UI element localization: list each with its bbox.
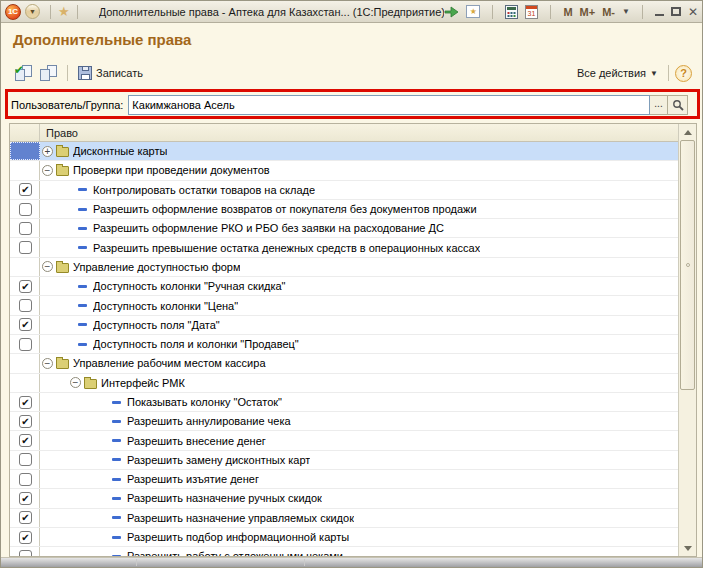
row-content: Контролировать остатки товаров на складе	[40, 184, 678, 196]
row-checkbox[interactable]	[19, 203, 32, 216]
collapse-icon[interactable]: −	[42, 358, 53, 369]
table-row[interactable]: ✔Разрешить аннулирование чека	[10, 412, 678, 431]
row-empty-cell	[10, 258, 40, 276]
add-favorite-icon[interactable]: ★	[466, 5, 480, 18]
choose-button[interactable]: ...	[650, 95, 668, 115]
row-checkbox[interactable]	[19, 453, 32, 466]
row-label: Разрешить назначение управляемых скидок	[127, 512, 354, 524]
item-icon	[112, 555, 121, 556]
row-checkbox[interactable]	[19, 338, 32, 351]
table-row[interactable]: −Управление рабочим местом кассира	[10, 354, 678, 373]
vertical-scrollbar[interactable]	[678, 124, 696, 556]
collapse-icon[interactable]: −	[42, 261, 53, 272]
row-checkbox[interactable]: ✔	[19, 318, 32, 331]
table-row[interactable]: ✔Разрешить подбор информационной карты	[10, 528, 678, 547]
table-row[interactable]: −Интерфейс РМК	[10, 374, 678, 393]
user-group-input[interactable]	[128, 95, 650, 115]
table-row[interactable]: Доступность поля и колонки "Продавец"	[10, 335, 678, 354]
all-actions-button[interactable]: Все действия ▼	[573, 64, 662, 82]
row-checkbox[interactable]: ✔	[19, 492, 32, 505]
table-row[interactable]: −Управление доступностью форм	[10, 258, 678, 277]
table-row[interactable]: ✔Показывать колонку "Остаток"	[10, 393, 678, 412]
uncheck-all-button[interactable]	[36, 62, 61, 84]
minimize-button[interactable]	[655, 8, 664, 16]
calendar-icon[interactable]: 31	[525, 5, 538, 19]
table-row[interactable]: +Дисконтные карты	[10, 142, 678, 161]
search-button[interactable]	[668, 95, 688, 115]
form-toolbar: ✔ Записать Все действия ▼ ?	[11, 61, 692, 85]
row-label: Разрешить аннулирование чека	[127, 415, 291, 427]
separator	[77, 5, 78, 19]
scrollbar-thumb[interactable]	[680, 140, 695, 390]
table-row[interactable]: −Проверки при проведении документов	[10, 161, 678, 180]
row-checkbox-cell: ✔	[10, 412, 40, 430]
table-row[interactable]: Разрешить изъятие денег	[10, 470, 678, 489]
row-label: Разрешить внесение денег	[127, 435, 266, 447]
calculator-icon[interactable]	[505, 5, 518, 19]
separator	[67, 65, 68, 81]
favorites-star-icon[interactable]: ★	[58, 5, 70, 19]
right-column-header: Право	[40, 127, 78, 139]
memory-plus-button[interactable]: M+	[580, 6, 596, 18]
table-row[interactable]: ✔Разрешить назначение ручных скидок	[10, 489, 678, 508]
row-checkbox[interactable]: ✔	[19, 183, 32, 196]
row-checkbox-cell: ✔	[10, 181, 40, 199]
row-checkbox-cell	[10, 200, 40, 218]
collapse-icon[interactable]: −	[42, 165, 53, 176]
row-checkbox[interactable]: ✔	[19, 434, 32, 447]
row-checkbox[interactable]	[19, 241, 32, 254]
scroll-down-button[interactable]	[679, 540, 696, 556]
item-icon	[112, 516, 121, 519]
row-label: Управление доступностью форм	[73, 261, 240, 273]
collapse-icon[interactable]: −	[70, 377, 81, 388]
goto-link-icon[interactable]	[444, 5, 459, 18]
table-row[interactable]: Разрешить работу с отложенными чеками	[10, 547, 678, 556]
system-menu-dropdown-icon[interactable]: ▼	[25, 4, 40, 19]
table-row[interactable]: ✔Контролировать остатки товаров на склад…	[10, 181, 678, 200]
maximize-button[interactable]	[671, 7, 681, 16]
table-row[interactable]: ✔Разрешить внесение денег	[10, 431, 678, 450]
check-all-button[interactable]: ✔	[11, 62, 36, 84]
row-checkbox[interactable]	[19, 299, 32, 312]
table-row[interactable]: Доступность колонки "Цена"	[10, 296, 678, 315]
table-row[interactable]: Разрешить оформление РКО и РБО без заявк…	[10, 219, 678, 238]
table-row[interactable]: ✔Доступность поля "Дата"	[10, 316, 678, 335]
memory-recall-button[interactable]: M	[563, 6, 572, 18]
folder-icon	[56, 359, 69, 369]
help-button[interactable]: ?	[675, 65, 692, 82]
expand-icon[interactable]: +	[42, 146, 53, 157]
item-icon	[112, 536, 121, 539]
scroll-up-button[interactable]	[679, 124, 696, 140]
folder-icon	[56, 263, 69, 273]
row-checkbox[interactable]: ✔	[19, 280, 32, 293]
row-checkbox[interactable]: ✔	[19, 396, 32, 409]
table-row[interactable]: Разрешить превышение остатка денежных ср…	[10, 238, 678, 257]
separator	[136, 559, 137, 566]
row-label: Проверки при проведении документов	[73, 164, 270, 176]
table-row[interactable]: Разрешить оформление возвратов от покупа…	[10, 200, 678, 219]
row-label: Разрешить оформление РКО и РБО без заявк…	[93, 222, 444, 234]
row-checkbox[interactable]	[19, 222, 32, 235]
close-button[interactable]: ✕	[688, 7, 698, 17]
search-icon	[672, 99, 684, 111]
table-row[interactable]: ✔Доступность колонки "Ручная скидка"	[10, 277, 678, 296]
row-checkbox[interactable]: ✔	[19, 511, 32, 524]
row-label: Доступность поля и колонки "Продавец"	[93, 338, 299, 350]
row-checkbox-cell	[10, 335, 40, 353]
separator	[492, 5, 493, 19]
item-icon	[112, 420, 121, 423]
save-button[interactable]: Записать	[74, 63, 147, 83]
memory-dropdown-icon[interactable]: ▼	[622, 7, 630, 16]
row-checkbox[interactable]: ✔	[19, 415, 32, 428]
memory-minus-button[interactable]: M-	[602, 6, 615, 18]
app-window: 1С ▼ ★ Дополнительные права - Аптека для…	[0, 0, 703, 568]
item-icon	[112, 439, 121, 442]
chevron-down-icon: ▼	[650, 69, 658, 78]
row-checkbox[interactable]: ✔	[19, 531, 32, 544]
check-all-icon: ✔	[15, 65, 32, 81]
row-label: Разрешить замену дисконтных карт	[127, 454, 310, 466]
row-checkbox[interactable]	[19, 550, 32, 556]
table-row[interactable]: Разрешить замену дисконтных карт	[10, 451, 678, 470]
row-checkbox[interactable]	[19, 473, 32, 486]
table-row[interactable]: ✔Разрешить назначение управляемых скидок	[10, 509, 678, 528]
